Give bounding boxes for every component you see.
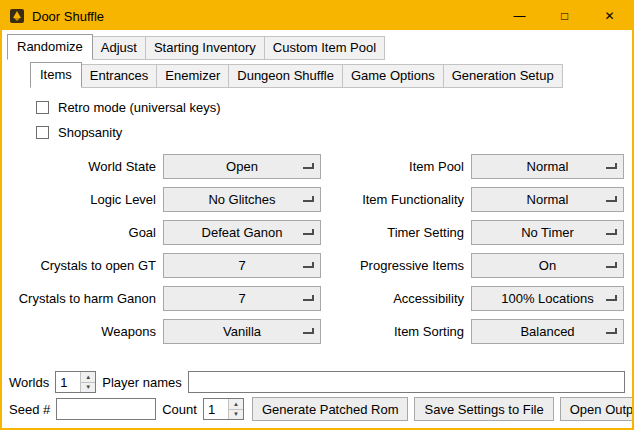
progressive-items-value: On [539,258,556,273]
worlds-stepper[interactable]: ▲ ▼ [55,371,96,393]
progressive-items-label: Progressive Items [360,258,464,273]
accessibility-dropdown[interactable]: 100% Locations [471,286,624,311]
save-settings-button[interactable]: Save Settings to File [414,397,553,421]
logic-level-label: Logic Level [90,192,156,207]
timer-setting-dropdown[interactable]: No Timer [471,220,624,245]
tab-dungeon-shuffle[interactable]: Dungeon Shuffle [228,64,343,88]
tab-adjust[interactable]: Adjust [92,36,146,60]
tab-enemizer[interactable]: Enemizer [156,64,229,88]
tab-items[interactable]: Items [30,62,82,88]
dropdown-indicator-icon [606,163,617,169]
retro-mode-checkbox-row[interactable]: Retro mode (universal keys) [36,100,632,115]
item-sorting-dropdown[interactable]: Balanced [471,319,624,344]
logic-level-dropdown[interactable]: No Glitches [163,187,321,212]
count-label: Count [162,402,197,417]
spin-down-icon[interactable]: ▼ [81,382,95,393]
world-state-value: Open [226,159,258,174]
crystals-open-gt-value: 7 [238,258,245,273]
spin-up-icon[interactable]: ▲ [81,372,95,382]
seed-row: Seed # Count ▲ ▼ Generate Patched Rom Sa… [2,395,632,423]
window-controls: — □ ✕ [497,2,632,30]
items-panel: Retro mode (universal keys) Shopsanity W… [2,88,632,369]
worlds-row: Worlds ▲ ▼ Player names [2,369,632,395]
weapons-value: Vanilla [223,324,261,339]
dropdown-indicator-icon [303,262,314,268]
item-pool-dropdown[interactable]: Normal [471,154,624,179]
maximize-icon[interactable]: □ [542,2,587,30]
crystals-open-gt-dropdown[interactable]: 7 [163,253,321,278]
dropdown-indicator-icon [303,295,314,301]
world-state-label: World State [88,159,156,174]
spin-down-icon[interactable]: ▼ [229,409,243,420]
crystals-harm-ganon-value: 7 [238,291,245,306]
dropdown-indicator-icon [606,229,617,235]
tab-starting-inventory[interactable]: Starting Inventory [145,36,265,60]
app-icon [9,8,25,24]
bottom-bar: Worlds ▲ ▼ Player names Seed # Count ▲ ▼ [2,369,632,428]
crystals-open-gt-label: Crystals to open GT [40,258,156,273]
shopsanity-checkbox[interactable] [36,126,49,139]
worlds-input[interactable] [56,372,80,392]
dropdown-indicator-icon [606,262,617,268]
crystals-harm-ganon-dropdown[interactable]: 7 [163,286,321,311]
weapons-dropdown[interactable]: Vanilla [163,319,321,344]
accessibility-value: 100% Locations [501,291,594,306]
main-tab-bar: Randomize Adjust Starting Inventory Cust… [2,30,632,60]
spin-up-icon[interactable]: ▲ [229,399,243,409]
settings-grid: World State Open Item Pool Normal Logic … [28,154,632,344]
accessibility-label: Accessibility [393,291,464,306]
dropdown-indicator-icon [606,328,617,334]
player-names-label: Player names [102,375,181,390]
item-pool-value: Normal [527,159,569,174]
window-title: Door Shuffle [32,9,104,24]
dropdown-indicator-icon [303,163,314,169]
tab-randomize[interactable]: Randomize [7,34,93,60]
tab-entrances[interactable]: Entrances [81,64,158,88]
seed-label: Seed # [9,402,50,417]
worlds-label: Worlds [9,375,49,390]
dropdown-indicator-icon [606,295,617,301]
tab-generation-setup[interactable]: Generation Setup [443,64,563,88]
count-stepper-arrows: ▲ ▼ [228,399,243,419]
shopsanity-label: Shopsanity [58,125,122,140]
timer-setting-label: Timer Setting [387,225,464,240]
shopsanity-checkbox-row[interactable]: Shopsanity [36,125,632,140]
item-functionality-value: Normal [527,192,569,207]
weapons-label: Weapons [101,324,156,339]
seed-input[interactable] [56,398,156,420]
item-sorting-label: Item Sorting [394,324,464,339]
goal-dropdown[interactable]: Defeat Ganon [163,220,321,245]
goal-label: Goal [129,225,156,240]
worlds-stepper-arrows: ▲ ▼ [80,372,95,392]
app-window: Door Shuffle — □ ✕ Randomize Adjust Star… [0,0,634,430]
player-names-input[interactable] [188,371,625,393]
titlebar[interactable]: Door Shuffle — □ ✕ [2,2,632,30]
count-input[interactable] [204,399,228,419]
world-state-dropdown[interactable]: Open [163,154,321,179]
open-output-directory-button[interactable]: Open Output Directory [560,397,634,421]
retro-mode-label: Retro mode (universal keys) [58,100,221,115]
tab-custom-item-pool[interactable]: Custom Item Pool [264,36,385,60]
item-functionality-label: Item Functionality [362,192,464,207]
retro-mode-checkbox[interactable] [36,101,49,114]
generate-patched-rom-button[interactable]: Generate Patched Rom [252,397,409,421]
close-icon[interactable]: ✕ [587,2,632,30]
dropdown-indicator-icon [303,229,314,235]
dropdown-indicator-icon [606,196,617,202]
goal-value: Defeat Ganon [202,225,283,240]
crystals-harm-ganon-label: Crystals to harm Ganon [19,291,156,306]
item-functionality-dropdown[interactable]: Normal [471,187,624,212]
timer-setting-value: No Timer [521,225,574,240]
dropdown-indicator-icon [303,328,314,334]
sub-tab-bar: Items Entrances Enemizer Dungeon Shuffle… [2,60,632,88]
count-stepper[interactable]: ▲ ▼ [203,398,244,420]
logic-level-value: No Glitches [208,192,275,207]
tab-game-options[interactable]: Game Options [342,64,444,88]
item-sorting-value: Balanced [520,324,574,339]
progressive-items-dropdown[interactable]: On [471,253,624,278]
dropdown-indicator-icon [303,196,314,202]
minimize-icon[interactable]: — [497,2,542,30]
item-pool-label: Item Pool [409,159,464,174]
